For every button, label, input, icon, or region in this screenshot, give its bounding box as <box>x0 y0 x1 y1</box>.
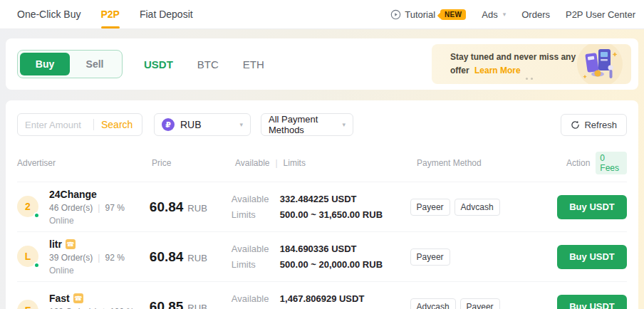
p2p-page: One-Click Buy P2P Fiat Deposit Tutorial … <box>0 0 644 309</box>
online-status-dot <box>33 262 40 268</box>
advertiser-name[interactable]: 24Change <box>49 189 97 200</box>
nav-fiat-deposit[interactable]: Fiat Deposit <box>130 0 203 28</box>
limits-value: 500.00 ~ 20,000.00 RUB <box>280 259 383 270</box>
promo-banner[interactable]: Stay tuned and never miss any offer Lear… <box>432 44 631 84</box>
completion-rate: 92 % <box>105 253 124 263</box>
learn-more-link[interactable]: Learn More <box>474 66 521 75</box>
buy-usdt-button[interactable]: Buy USDT <box>557 295 627 309</box>
advertiser-name-row: litr ☎ <box>49 239 125 250</box>
advertiser-cell: 2 24Change ☎ 46 Order(s) | 97 % Online <box>17 189 150 226</box>
banner-line1: Stay tuned and never miss any <box>450 52 576 62</box>
orders-label: Orders <box>521 9 550 20</box>
amount-search-box: Search <box>17 113 142 136</box>
search-button[interactable]: Search <box>101 119 133 130</box>
price-currency: RUB <box>187 253 207 263</box>
orders-link[interactable]: Orders <box>521 9 550 20</box>
banner-line2: offer <box>450 66 469 75</box>
available-label: Available <box>232 243 270 254</box>
refresh-label: Refresh <box>584 120 617 130</box>
table-row: F Fast ☎ 120 Order(s) | 100 % 60.85RUB <box>17 282 627 309</box>
nav-right: Tutorial NEW Ads ▾ Orders P2P User Cente… <box>390 9 637 20</box>
advertiser-cell: L litr ☎ 39 Order(s) | 92 % Online <box>17 239 150 276</box>
online-status-dot <box>33 212 40 219</box>
promo-banner-text: Stay tuned and never miss any offer Lear… <box>432 51 576 78</box>
available-limits-cell: Available Limits 1,467.806929 USDT 500.0… <box>232 293 410 309</box>
nav-one-click-buy[interactable]: One-Click Buy <box>7 0 90 28</box>
header-action: Action 0 Fees <box>566 152 627 174</box>
promo-illustration <box>577 44 623 84</box>
price-currency: RUB <box>187 203 207 214</box>
ads-menu[interactable]: Ads ▾ <box>482 9 506 20</box>
advertiser-name[interactable]: litr <box>49 239 62 250</box>
advertiser-info: Fast ☎ 120 Order(s) | 100 % <box>49 293 134 309</box>
coin-tabs: USDT BTC ETH <box>144 58 264 70</box>
page-content: Buy Sell USDT BTC ETH Stay tuned and nev… <box>0 29 644 309</box>
header-payment-method: Payment Method <box>417 158 566 168</box>
table-header: Advertiser Price Available|Limits Paymen… <box>17 152 627 182</box>
chevron-down-icon: ▾ <box>239 121 243 128</box>
advertiser-cell: F Fast ☎ 120 Order(s) | 100 % <box>17 293 150 309</box>
payment-method-select[interactable]: All Payment Methods ▾ <box>261 113 353 136</box>
price-value: 60.84 <box>150 199 184 214</box>
advertiser-name[interactable]: Fast <box>49 293 70 304</box>
amount-input[interactable] <box>25 120 86 130</box>
online-status-label: Online <box>49 266 125 276</box>
active-tab-underline <box>101 26 120 28</box>
refresh-icon <box>571 120 580 130</box>
zero-fees-badge: 0 Fees <box>596 152 627 174</box>
available-limits-values: 1,467.806929 USDT 500.00 ~ 30,000.00 RUB <box>280 293 383 309</box>
banner-carousel-dots[interactable] <box>526 78 533 80</box>
currency-value: RUB <box>180 119 202 130</box>
ruble-coin-icon: ₽ <box>162 118 175 131</box>
chevron-down-icon: ▾ <box>342 121 346 128</box>
sell-toggle-button[interactable]: Sell <box>70 53 120 75</box>
price-value: 60.85 <box>150 299 184 309</box>
price-value: 60.84 <box>150 249 184 264</box>
table-row: 2 24Change ☎ 46 Order(s) | 97 % Online 6… <box>17 182 627 232</box>
input-divider <box>93 119 94 130</box>
tab-usdt[interactable]: USDT <box>144 58 173 70</box>
payment-method-chip: Advcash <box>455 199 500 216</box>
buy-usdt-button[interactable]: Buy USDT <box>557 245 627 269</box>
payment-method-chip: Advcash <box>410 298 456 309</box>
tab-eth[interactable]: ETH <box>243 58 264 70</box>
refresh-button[interactable]: Refresh <box>561 114 627 136</box>
payment-methods-cell: AdvcashPayeer <box>410 298 557 309</box>
avatar[interactable]: 2 <box>17 196 38 217</box>
header-limits: Limits <box>284 158 306 168</box>
chevron-down-icon: ▾ <box>503 11 507 18</box>
payment-method-chip: Payeer <box>410 199 450 216</box>
completion-rate: 97 % <box>105 203 124 213</box>
price-cell: 60.84RUB <box>150 249 232 265</box>
advertiser-stats: 120 Order(s) | 100 % <box>49 307 134 309</box>
tab-btc[interactable]: BTC <box>197 58 219 70</box>
advertiser-info: litr ☎ 39 Order(s) | 92 % Online <box>49 239 125 276</box>
advertiser-stats: 39 Order(s) | 92 % <box>49 253 125 263</box>
nav-p2p[interactable]: P2P <box>90 0 129 28</box>
avatar[interactable]: F <box>17 300 38 309</box>
available-value: 332.484225 USDT <box>280 194 383 204</box>
buy-usdt-button[interactable]: Buy USDT <box>557 195 627 219</box>
limits-label: Limits <box>232 209 270 220</box>
advertiser-stats: 46 Order(s) | 97 % <box>49 203 125 213</box>
price-cell: 60.85RUB <box>150 299 232 309</box>
currency-select[interactable]: ₽ RUB ▾ <box>154 113 251 136</box>
available-limits-values: 332.484225 USDT 500.00 ~ 31,650.00 RUB <box>280 194 383 220</box>
order-count: 46 Order(s) <box>49 203 93 213</box>
avatar[interactable]: L <box>17 246 38 267</box>
p2p-user-center-link[interactable]: P2P User Center <box>566 9 635 20</box>
filter-row: Search ₽ RUB ▾ All Payment Methods ▾ <box>17 113 627 136</box>
order-count: 39 Order(s) <box>49 253 93 263</box>
header-action-label: Action <box>566 158 590 168</box>
avatar-initial: F <box>17 300 38 309</box>
advertiser-name-row: 24Change ☎ <box>49 189 125 200</box>
tutorial-link[interactable]: Tutorial NEW <box>390 9 466 20</box>
buy-sell-toggle: Buy Sell <box>17 50 123 78</box>
stats-divider: | <box>98 203 100 213</box>
price-cell: 60.84RUB <box>150 199 232 215</box>
available-limits-labels: Available Limits <box>232 194 270 220</box>
payment-methods-cell: Payeer <box>410 248 557 266</box>
trade-mode-card: Buy Sell USDT BTC ETH Stay tuned and nev… <box>6 38 638 90</box>
buy-toggle-button[interactable]: Buy <box>20 53 70 75</box>
available-limits-cell: Available Limits 184.690336 USDT 500.00 … <box>232 243 410 270</box>
